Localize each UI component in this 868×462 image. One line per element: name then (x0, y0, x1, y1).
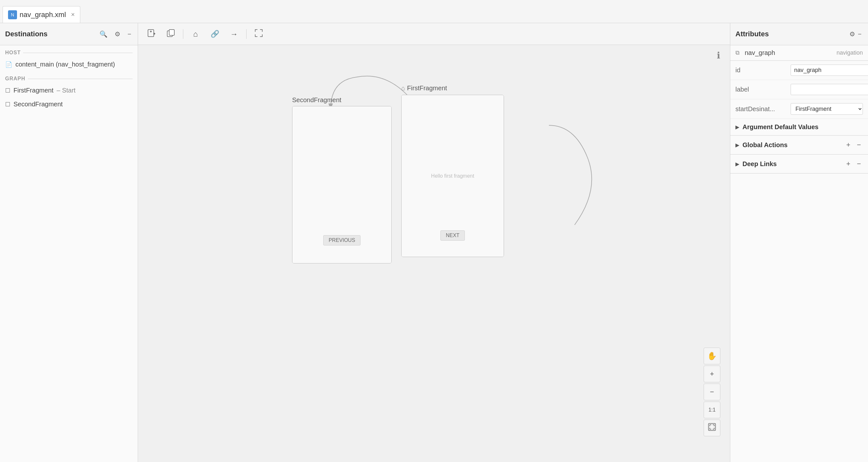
link-button[interactable]: 🔗 (207, 28, 223, 40)
deep-links-add-button[interactable]: + (844, 159, 852, 169)
tab-file-icon: N (8, 10, 17, 19)
search-button[interactable]: 🔍 (98, 29, 109, 39)
second-fragment-icon: ☐ (5, 101, 10, 108)
start-dest-label: startDesinat... (736, 105, 787, 113)
arrow-icon: → (230, 30, 238, 38)
first-fragment-card-label: FirstFragment (407, 85, 447, 92)
link-icon: 🔗 (211, 30, 219, 38)
first-fragment-card[interactable]: Hello first fragment NEXT (401, 95, 504, 257)
info-icon: ℹ (717, 50, 720, 61)
minus-icon: − (710, 388, 714, 396)
nav-graph-nav-row: ⧉ nav_graph navigation (730, 45, 868, 61)
minus-icon: − (127, 31, 131, 38)
search-icon: 🔍 (99, 30, 107, 38)
zoom-controls: ✋ + − 1:1 (704, 348, 720, 436)
fit-screen-icon (708, 423, 716, 433)
main-layout: Destinations 🔍 ⚙ − HOST 📄 content_main (… (0, 23, 868, 462)
arg-defaults-section[interactable]: ▶ Argument Default Values (730, 119, 868, 136)
arg-defaults-label: Argument Default Values (743, 123, 863, 131)
duplicate-button[interactable] (162, 28, 179, 40)
fit-button[interactable] (250, 28, 267, 40)
id-label: id (736, 66, 787, 74)
nav-graph-label: nav_graph (745, 49, 775, 57)
settings-button[interactable]: ⚙ (113, 29, 122, 39)
fit-screen-button[interactable] (704, 420, 720, 436)
zoom-out-button[interactable]: − (704, 384, 720, 400)
global-actions-label: Global Actions (743, 141, 844, 149)
sidebar: Destinations 🔍 ⚙ − HOST 📄 content_main (… (0, 23, 138, 462)
tab-close-button[interactable]: × (71, 11, 75, 18)
attributes-panel: Attributes ⚙ − ⧉ nav_graph navigation id… (730, 23, 868, 462)
deep-links-buttons: + − (844, 159, 863, 169)
first-fragment-text: Hello first fragment (431, 173, 474, 179)
global-actions-add-button[interactable]: + (844, 140, 852, 150)
attributes-title: Attributes (736, 30, 848, 38)
start-dest-select[interactable]: FirstFragment (790, 103, 863, 115)
host-section-label: HOST (0, 45, 138, 58)
global-actions-remove-button[interactable]: − (855, 140, 863, 150)
sidebar-title: Destinations (5, 30, 98, 38)
attributes-minus-icon: − (858, 31, 862, 38)
deep-links-triangle: ▶ (736, 161, 739, 167)
toolbar-separator-1 (183, 29, 183, 39)
attributes-collapse-button[interactable]: − (857, 29, 863, 39)
canvas-area: ℹ SecondFragment (138, 45, 730, 462)
sidebar-actions: 🔍 ⚙ − (98, 29, 132, 39)
second-fragment-card[interactable]: PREVIOUS (292, 106, 392, 263)
next-button[interactable]: NEXT (440, 230, 465, 241)
tab-title: nav_graph.xml (20, 10, 66, 19)
svg-rect-6 (169, 30, 174, 35)
label-input[interactable] (790, 84, 868, 95)
deep-links-section[interactable]: ▶ Deep Links + − (730, 154, 868, 173)
id-input[interactable] (790, 64, 868, 76)
toolbar: ⌂ 🔗 → (138, 23, 730, 45)
sidebar-item-first-fragment[interactable]: ☐ FirstFragment – Start (0, 84, 138, 97)
home-icon: ⌂ (193, 30, 198, 38)
second-fragment-label: SecondFragment (13, 100, 63, 108)
new-dest-icon (147, 29, 156, 39)
zoom-reset-button[interactable]: 1:1 (704, 402, 720, 418)
sidebar-item-second-fragment[interactable]: ☐ SecondFragment (0, 97, 138, 111)
nav-copy-icon: ⧉ (736, 50, 740, 56)
first-fragment-label: FirstFragment (13, 87, 53, 94)
info-button[interactable]: ℹ (712, 49, 725, 62)
graph-section-label: GRAPH (0, 71, 138, 84)
second-fragment-card-label: SecondFragment (292, 96, 341, 104)
global-actions-section[interactable]: ▶ Global Actions + − (730, 136, 868, 154)
label-attr-label: label (736, 86, 787, 93)
deep-links-label: Deep Links (743, 160, 844, 168)
duplicate-icon (166, 29, 175, 39)
start-home-icon: ⌂ (401, 85, 405, 92)
second-fragment-content: PREVIOUS (292, 106, 391, 263)
arrow-button[interactable]: → (226, 28, 242, 40)
tab-nav-graph[interactable]: N nav_graph.xml × (3, 6, 80, 23)
host-item-label: content_main (nav_host_fragment) (16, 61, 115, 68)
sidebar-item-host[interactable]: 📄 content_main (nav_host_fragment) (0, 58, 138, 71)
tab-bar: N nav_graph.xml × (0, 0, 868, 23)
first-fragment-icon: ☐ (5, 87, 10, 94)
gear-icon: ⚙ (115, 30, 120, 38)
new-destination-button[interactable] (143, 28, 160, 40)
global-actions-triangle: ▶ (736, 142, 739, 148)
attributes-settings-button[interactable]: ⚙ (848, 29, 857, 39)
fit-icon (254, 29, 263, 39)
collapse-button[interactable]: − (126, 29, 132, 39)
host-file-icon: 📄 (5, 61, 12, 68)
start-badge: – Start (57, 87, 75, 94)
arg-defaults-triangle: ▶ (736, 124, 739, 130)
plus-icon: + (710, 370, 714, 378)
home-button[interactable]: ⌂ (187, 28, 204, 40)
hand-icon: ✋ (707, 351, 717, 360)
start-dest-attribute-row: startDesinat... FirstFragment (730, 99, 868, 119)
global-actions-buttons: + − (844, 140, 863, 150)
label-attribute-row: label (730, 80, 868, 99)
deep-links-remove-button[interactable]: − (855, 159, 863, 169)
id-attribute-row: id (730, 61, 868, 80)
reset-label: 1:1 (709, 407, 715, 413)
first-fragment-content: Hello first fragment NEXT (402, 95, 504, 257)
zoom-in-button[interactable]: + (704, 366, 720, 382)
attributes-header: Attributes ⚙ − (730, 23, 868, 45)
sidebar-header: Destinations 🔍 ⚙ − (0, 23, 138, 45)
previous-button[interactable]: PREVIOUS (323, 235, 361, 246)
pan-button[interactable]: ✋ (704, 348, 720, 364)
